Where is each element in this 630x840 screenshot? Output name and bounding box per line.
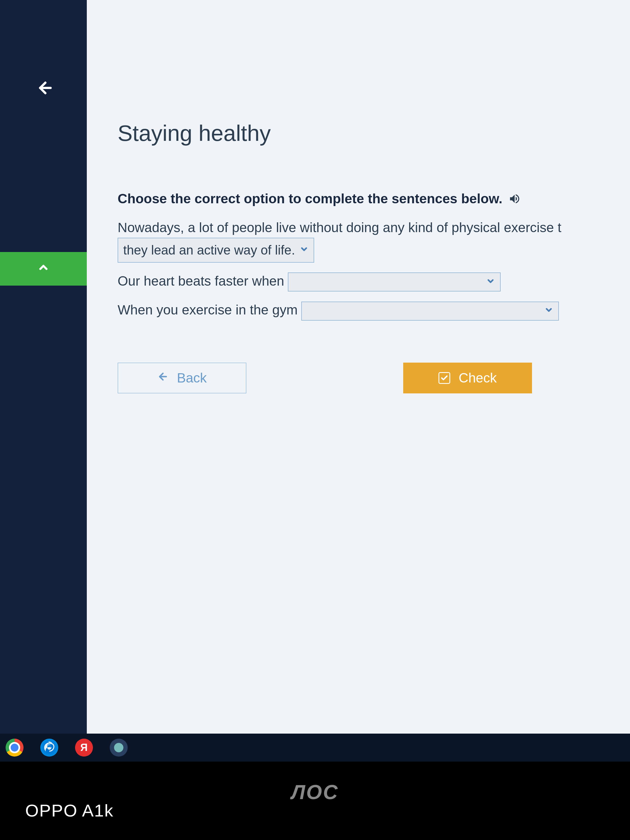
chevron-down-icon (300, 242, 309, 258)
taskbar: Я (0, 734, 630, 762)
chevron-down-icon (486, 274, 495, 290)
dropdown-3[interactable] (301, 302, 559, 321)
checkmark-icon (439, 372, 450, 384)
watermark: OPPO A1k (25, 801, 114, 820)
yandex-icon[interactable]: Я (75, 739, 93, 756)
check-button[interactable]: Check (403, 363, 532, 393)
dropdown-1-value: they lead an active way of life. (123, 240, 295, 260)
sidebar (0, 0, 87, 742)
yandex-label: Я (81, 742, 88, 753)
app-icon[interactable] (110, 739, 128, 756)
back-button[interactable]: Back (118, 363, 246, 393)
page-title: Staying healthy (118, 120, 613, 146)
dropdown-2[interactable] (288, 272, 501, 292)
sentence-2: Our heart beats faster when (118, 271, 613, 292)
arrow-left-icon (157, 371, 169, 385)
monitor-brand: ЛOC (291, 781, 338, 804)
svg-point-2 (114, 743, 123, 752)
sidebar-active-item[interactable] (0, 252, 87, 286)
dropdown-1[interactable]: they lead an active way of life. (118, 238, 314, 263)
back-button-label: Back (177, 370, 207, 385)
instruction-text: Choose the correct option to complete th… (118, 191, 502, 206)
app-screen: Staying healthy Choose the correct optio… (0, 0, 630, 742)
check-button-label: Check (459, 370, 497, 385)
sentence-3-text: When you exercise in the gym (118, 302, 298, 317)
sentence-1-text: Nowadays, a lot of people live without d… (118, 220, 561, 235)
chrome-icon[interactable] (6, 739, 24, 756)
edge-icon[interactable] (40, 739, 58, 756)
sentence-1: Nowadays, a lot of people live without d… (118, 218, 613, 263)
main-content: Staying healthy Choose the correct optio… (87, 0, 630, 742)
sentence-3: When you exercise in the gym (118, 300, 613, 321)
chevron-down-icon (544, 303, 553, 319)
chevron-up-icon (37, 261, 50, 276)
audio-icon[interactable] (508, 192, 521, 205)
back-arrow-icon[interactable] (36, 78, 54, 101)
sentence-2-text: Our heart beats faster when (118, 273, 284, 288)
button-row: Back Check (118, 363, 613, 393)
instruction-row: Choose the correct option to complete th… (118, 191, 613, 206)
